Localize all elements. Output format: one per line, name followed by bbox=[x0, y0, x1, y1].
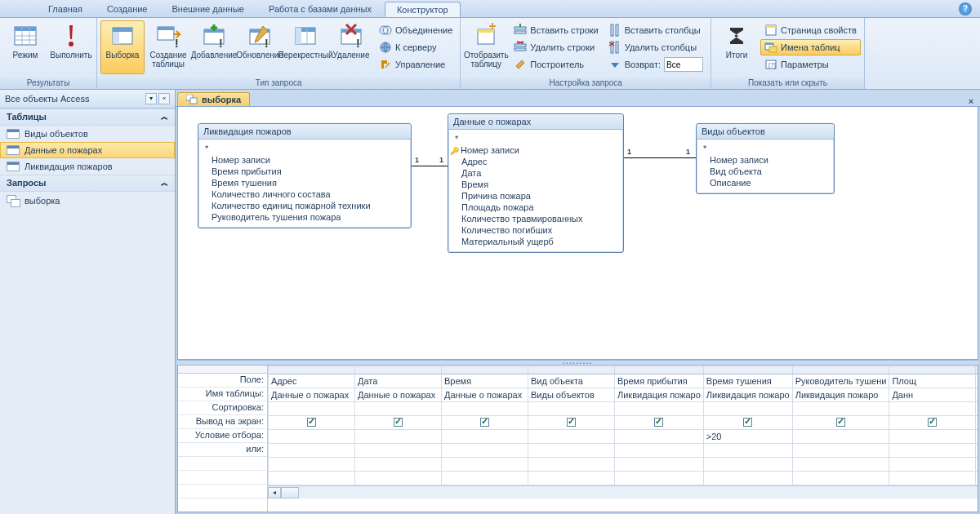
navpane-dropdown-icon[interactable]: ▾ bbox=[145, 93, 157, 104]
append-button[interactable]: ! Добавление bbox=[192, 20, 236, 74]
field-item[interactable]: Вид объекта bbox=[710, 166, 827, 177]
field-list-title[interactable]: Ликвидация пожаров bbox=[198, 124, 411, 140]
qbe-cell[interactable] bbox=[889, 366, 976, 374]
horizontal-scrollbar[interactable]: ◂ bbox=[268, 485, 978, 498]
qbe-cell[interactable] bbox=[615, 444, 704, 458]
qbe-cell[interactable] bbox=[442, 366, 528, 374]
qbe-cell[interactable] bbox=[615, 366, 704, 374]
qbe-cell[interactable] bbox=[355, 444, 442, 458]
qbe-cell[interactable] bbox=[269, 472, 355, 485]
field-list-window[interactable]: Виды объектов*Номер записиВид объектаОпи… bbox=[696, 123, 835, 194]
qbe-cell[interactable] bbox=[889, 430, 976, 444]
builder-button[interactable]: Построитель bbox=[510, 56, 602, 73]
qbe-cell[interactable] bbox=[442, 430, 528, 444]
field-item[interactable]: * bbox=[703, 143, 827, 154]
qbe-cell[interactable] bbox=[792, 366, 889, 374]
qbe-cell[interactable]: Время bbox=[442, 374, 528, 388]
qbe-cell[interactable] bbox=[703, 472, 792, 485]
navgroup-queries[interactable]: Запросы︽ bbox=[0, 175, 175, 192]
qbe-cell[interactable] bbox=[355, 366, 442, 374]
qbe-columns[interactable]: АдресДатаВремяВид объектаВремя прибытияВ… bbox=[268, 366, 978, 512]
datadef-button[interactable]: Управление bbox=[375, 56, 457, 73]
qbe-cell[interactable]: Ликвидация пожаро bbox=[792, 388, 889, 402]
show-checkbox[interactable] bbox=[567, 418, 576, 427]
delete-query-button[interactable]: ! Удаление bbox=[329, 20, 373, 74]
field-list-window[interactable]: Ликвидация пожаров*Номер записиВремя при… bbox=[198, 123, 412, 228]
field-list-title[interactable]: Виды объектов bbox=[697, 124, 834, 140]
qbe-cell[interactable] bbox=[792, 472, 889, 485]
qbe-cell[interactable] bbox=[889, 416, 976, 430]
tab-design[interactable]: Конструктор bbox=[385, 2, 461, 17]
qbe-cell[interactable] bbox=[528, 416, 615, 430]
qbe-cell[interactable] bbox=[792, 458, 889, 472]
show-checkbox[interactable] bbox=[394, 418, 403, 427]
help-icon[interactable]: ? bbox=[959, 2, 972, 16]
qbe-cell[interactable] bbox=[889, 444, 976, 458]
deleterows-button[interactable]: Удалить строки bbox=[510, 39, 602, 55]
field-item[interactable]: Руководитель тушения пожара bbox=[212, 211, 404, 223]
showtable-button[interactable]: Отобразить таблицу bbox=[464, 20, 508, 74]
insertrows-button[interactable]: Вставить строки bbox=[510, 22, 602, 38]
qbe-cell[interactable] bbox=[528, 458, 615, 472]
qbe-cell[interactable] bbox=[355, 430, 442, 444]
qbe-cell[interactable] bbox=[703, 444, 792, 458]
tab-external[interactable]: Внешние данные bbox=[161, 2, 256, 16]
qbe-cell[interactable]: Данные о пожарах bbox=[442, 388, 528, 402]
view-button[interactable]: Режим bbox=[3, 20, 47, 74]
field-item[interactable]: Материальный ущерб bbox=[461, 236, 617, 247]
qbe-cell[interactable] bbox=[615, 458, 704, 472]
qbe-cell[interactable]: Ликвидация пожаро bbox=[615, 388, 704, 402]
navitem-table[interactable]: Ликвидация пожаров bbox=[0, 158, 175, 175]
qbe-cell[interactable]: Ликвидация пожаро bbox=[703, 388, 792, 402]
qbe-cell[interactable] bbox=[355, 416, 442, 430]
navitem-table[interactable]: Данные о пожарах bbox=[0, 142, 175, 158]
field-list-window[interactable]: Данные о пожарах*Номер записиАдресДатаВр… bbox=[448, 113, 624, 253]
navgroup-tables[interactable]: Таблицы︽ bbox=[0, 109, 175, 126]
qbe-cell[interactable] bbox=[355, 402, 442, 416]
field-item[interactable]: Количество единиц пожарной техники bbox=[212, 200, 404, 211]
tab-dbtools[interactable]: Работа с базами данных bbox=[257, 2, 383, 16]
field-item[interactable]: Количество травмированных bbox=[461, 213, 617, 224]
qbe-cell[interactable]: Вид объекта bbox=[528, 374, 615, 388]
qbe-cell[interactable] bbox=[703, 366, 792, 374]
show-checkbox[interactable] bbox=[307, 418, 316, 427]
field-item[interactable]: Время bbox=[461, 179, 617, 190]
navpane-header[interactable]: Все объекты Access ▾« bbox=[0, 90, 175, 109]
qbe-cell[interactable] bbox=[528, 430, 615, 444]
show-checkbox[interactable] bbox=[836, 418, 845, 427]
qbe-cell[interactable] bbox=[528, 472, 615, 485]
field-item[interactable]: Время прибытия bbox=[212, 166, 404, 177]
tablenames-button[interactable]: Имена таблиц bbox=[760, 39, 861, 55]
qbe-cell[interactable] bbox=[269, 416, 355, 430]
field-item[interactable]: * bbox=[455, 133, 617, 144]
insertcols-button[interactable]: Вставить столбцы bbox=[604, 22, 707, 38]
qbe-cell[interactable] bbox=[528, 444, 615, 458]
qbe-cell[interactable]: >20 bbox=[703, 430, 792, 444]
field-item[interactable]: * bbox=[205, 143, 404, 154]
qbe-cell[interactable] bbox=[355, 472, 442, 485]
field-item[interactable]: Номер записи bbox=[710, 154, 827, 166]
return-value[interactable] bbox=[664, 57, 703, 72]
field-list-title[interactable]: Данные о пожарах bbox=[448, 114, 623, 130]
qbe-cell[interactable] bbox=[269, 366, 355, 374]
qbe-cell[interactable] bbox=[615, 472, 704, 485]
qbe-cell[interactable]: Данн bbox=[889, 388, 976, 402]
qbe-cell[interactable] bbox=[442, 402, 528, 416]
maketable-button[interactable]: ! Создание таблицы bbox=[146, 20, 190, 74]
qbe-cell[interactable] bbox=[442, 458, 528, 472]
field-item[interactable]: Количество личного состава bbox=[212, 188, 404, 200]
field-item[interactable]: Площадь пожара bbox=[461, 202, 617, 213]
qbe-cell[interactable] bbox=[792, 402, 889, 416]
qbe-cell[interactable] bbox=[528, 402, 615, 416]
show-checkbox[interactable] bbox=[743, 418, 752, 427]
qbe-cell[interactable]: Данные о пожарах bbox=[355, 388, 442, 402]
navitem-table[interactable]: Виды объектов bbox=[0, 126, 175, 142]
qbe-cell[interactable]: Площ bbox=[889, 374, 976, 388]
show-checkbox[interactable] bbox=[480, 418, 489, 427]
qbe-cell[interactable] bbox=[703, 416, 792, 430]
qbe-cell[interactable] bbox=[889, 472, 976, 485]
qbe-cell[interactable] bbox=[269, 444, 355, 458]
return-combo[interactable]: Возврат: bbox=[604, 56, 707, 73]
qbe-cell[interactable] bbox=[615, 402, 704, 416]
crosstab-button[interactable]: Перекрестный bbox=[283, 20, 327, 74]
